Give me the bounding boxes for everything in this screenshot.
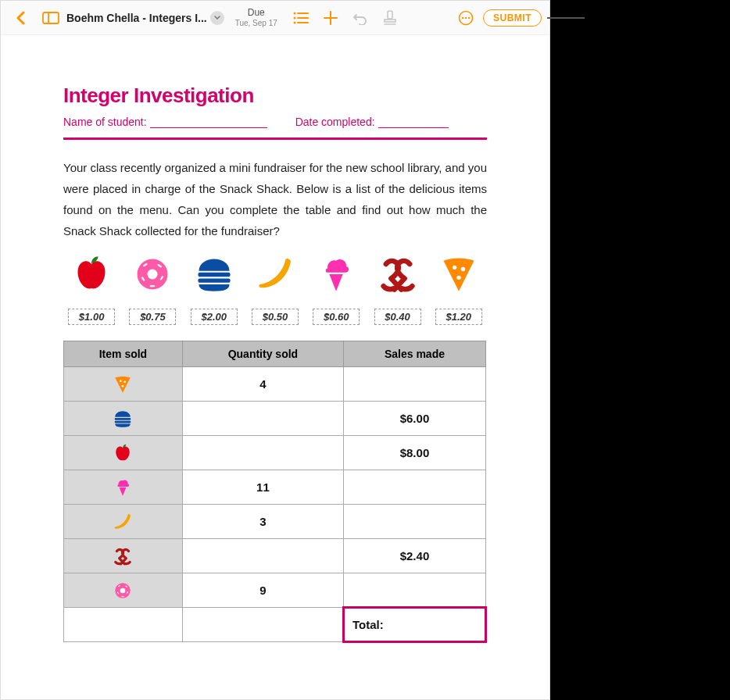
svg-point-26 bbox=[453, 266, 456, 270]
icecream-price[interactable]: $0.60 bbox=[313, 309, 360, 325]
table-row: $8.00 bbox=[64, 436, 486, 470]
chevron-down-icon bbox=[210, 11, 224, 25]
table-row: 11 bbox=[64, 470, 486, 505]
pizza-icon bbox=[437, 252, 481, 296]
total-blank1 bbox=[64, 608, 183, 642]
menu-item-apple: $1.00 bbox=[63, 252, 120, 325]
table-row: 4 bbox=[64, 367, 486, 402]
back-button[interactable] bbox=[9, 5, 34, 30]
more-button[interactable] bbox=[453, 5, 478, 30]
row-item-pizza bbox=[64, 367, 183, 402]
pretzel-icon bbox=[376, 252, 420, 296]
svg-point-16 bbox=[468, 16, 470, 18]
outline-button[interactable] bbox=[288, 5, 313, 30]
svg-point-4 bbox=[293, 16, 295, 19]
student-meta-row: Name of student: Date completed: bbox=[63, 116, 487, 140]
svg-point-29 bbox=[120, 380, 122, 382]
row-item-pretzel bbox=[64, 539, 183, 573]
row-qty[interactable] bbox=[182, 436, 343, 470]
document-page: Integer Investigation Name of student: D… bbox=[1, 35, 549, 666]
row-sales[interactable]: $2.40 bbox=[343, 539, 485, 573]
table-row: $6.00 bbox=[64, 402, 486, 436]
row-item-donut bbox=[64, 573, 183, 608]
menu-item-pretzel: $0.40 bbox=[369, 252, 425, 325]
row-sales[interactable]: $8.00 bbox=[343, 436, 485, 470]
sidebar-toggle-button[interactable] bbox=[38, 5, 63, 30]
undo-icon bbox=[353, 11, 367, 25]
intro-paragraph: Your class recently organized a mini fun… bbox=[63, 157, 487, 241]
svg-point-6 bbox=[293, 21, 295, 23]
page-title: Integer Investigation bbox=[63, 84, 487, 108]
svg-point-15 bbox=[465, 16, 467, 18]
svg-rect-24 bbox=[198, 273, 230, 277]
submit-button[interactable]: SUBMIT bbox=[483, 9, 542, 27]
name-label: Name of student: bbox=[63, 116, 267, 128]
due-date-text: Tue, Sep 17 bbox=[235, 19, 277, 27]
table-row: 3 bbox=[64, 505, 486, 539]
date-blank[interactable] bbox=[378, 117, 449, 128]
menu-item-donut: $0.75 bbox=[124, 252, 181, 325]
row-item-burger bbox=[64, 402, 183, 436]
menu-item-burger: $2.00 bbox=[186, 252, 242, 325]
svg-rect-32 bbox=[115, 417, 131, 420]
burger-icon bbox=[192, 252, 236, 296]
due-label: Due bbox=[235, 8, 277, 18]
toolbar: Boehm Chella - Integers I... Due Tue, Se… bbox=[1, 1, 549, 35]
row-sales[interactable] bbox=[343, 505, 485, 539]
icecream-icon bbox=[314, 252, 358, 296]
total-blank2 bbox=[182, 608, 343, 642]
burger-price[interactable]: $2.00 bbox=[191, 309, 238, 325]
pretzel-price[interactable]: $0.40 bbox=[374, 309, 421, 325]
row-item-apple bbox=[64, 436, 183, 470]
banana-icon bbox=[253, 252, 297, 296]
stamp-button[interactable] bbox=[378, 5, 403, 30]
row-qty[interactable] bbox=[182, 402, 343, 436]
plus-icon bbox=[324, 11, 338, 25]
sales-table: Item sold Quantity sold Sales made 4 $6.… bbox=[63, 341, 487, 643]
svg-point-30 bbox=[124, 380, 127, 383]
svg-point-14 bbox=[462, 16, 463, 18]
table-total-row: Total: bbox=[64, 608, 486, 642]
row-qty[interactable] bbox=[182, 539, 343, 573]
row-sales[interactable] bbox=[343, 573, 485, 608]
apple-icon bbox=[70, 252, 113, 296]
apple-price[interactable]: $1.00 bbox=[68, 309, 115, 325]
date-label: Date completed: bbox=[295, 116, 449, 128]
banana-price[interactable]: $0.50 bbox=[252, 309, 299, 325]
row-sales[interactable] bbox=[343, 367, 485, 402]
list-icon bbox=[293, 12, 309, 24]
callout-leader-line bbox=[547, 17, 585, 19]
document-title-dropdown[interactable]: Boehm Chella - Integers I... bbox=[66, 11, 224, 25]
row-qty[interactable]: 9 bbox=[182, 573, 343, 608]
row-sales[interactable] bbox=[343, 470, 485, 505]
undo-button[interactable] bbox=[348, 5, 373, 30]
donut-icon bbox=[131, 252, 174, 296]
pizza-price[interactable]: $1.20 bbox=[435, 309, 482, 325]
svg-point-2 bbox=[293, 12, 295, 14]
svg-point-27 bbox=[461, 267, 465, 271]
row-qty[interactable]: 11 bbox=[182, 470, 343, 505]
row-sales[interactable]: $6.00 bbox=[343, 402, 485, 436]
row-item-icecream bbox=[64, 470, 183, 505]
col-qty: Quantity sold bbox=[182, 341, 343, 367]
document-title-text: Boehm Chella - Integers I... bbox=[66, 12, 207, 24]
svg-point-35 bbox=[120, 588, 126, 593]
table-row: 9 bbox=[64, 573, 486, 608]
svg-rect-11 bbox=[385, 20, 395, 22]
row-qty[interactable]: 4 bbox=[182, 367, 343, 402]
svg-rect-10 bbox=[388, 11, 392, 19]
donut-price[interactable]: $0.75 bbox=[129, 309, 176, 325]
svg-rect-33 bbox=[115, 420, 131, 423]
svg-rect-0 bbox=[43, 12, 59, 23]
chevron-left-icon bbox=[16, 11, 27, 25]
svg-point-28 bbox=[456, 276, 460, 280]
name-blank[interactable] bbox=[150, 117, 267, 128]
menu-item-pizza: $1.20 bbox=[431, 252, 487, 325]
menu-item-icecream: $0.60 bbox=[308, 252, 364, 325]
add-button[interactable] bbox=[318, 5, 343, 30]
row-qty[interactable]: 3 bbox=[182, 505, 343, 539]
app-window: Boehm Chella - Integers I... Due Tue, Se… bbox=[0, 0, 550, 700]
svg-point-31 bbox=[122, 384, 124, 387]
total-cell[interactable]: Total: bbox=[343, 608, 485, 642]
svg-rect-25 bbox=[198, 278, 230, 282]
